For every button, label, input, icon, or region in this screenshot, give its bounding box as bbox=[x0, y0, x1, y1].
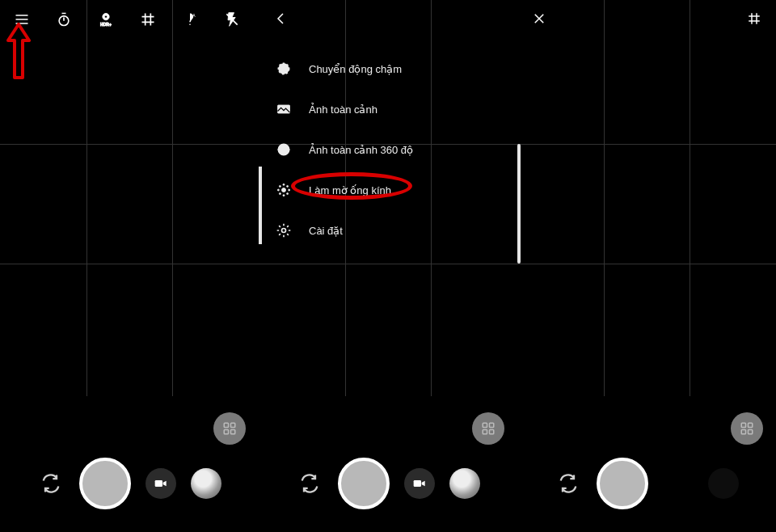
settings-icon bbox=[275, 222, 293, 239]
svg-point-4 bbox=[189, 23, 191, 25]
menu-icon[interactable] bbox=[11, 9, 32, 30]
modes-button[interactable] bbox=[213, 412, 246, 445]
camera-screen-drawer: Chuyển động chậm Ảnh toàn cảnh Ảnh toàn … bbox=[259, 0, 517, 532]
bottom-controls bbox=[517, 427, 776, 524]
svg-rect-28 bbox=[490, 430, 494, 434]
shutter-button[interactable] bbox=[79, 458, 131, 509]
svg-point-22 bbox=[279, 193, 280, 195]
svg-point-19 bbox=[289, 189, 290, 191]
menu-item-settings[interactable]: Cài đặt bbox=[270, 210, 512, 251]
bottom-controls bbox=[259, 427, 517, 524]
shutter-button[interactable] bbox=[338, 458, 390, 509]
menu-item-lensblur[interactable]: Làm mờ ống kính bbox=[270, 170, 512, 210]
menu-active-indicator bbox=[259, 167, 262, 244]
focus-indicator bbox=[517, 144, 521, 264]
grid-icon[interactable] bbox=[744, 8, 765, 29]
svg-point-23 bbox=[287, 193, 289, 195]
svg-text:A: A bbox=[192, 13, 196, 18]
mode-menu: Chuyển động chậm Ảnh toàn cảnh Ảnh toàn … bbox=[270, 49, 512, 251]
panorama-icon bbox=[275, 100, 293, 118]
svg-rect-10 bbox=[155, 480, 162, 487]
gallery-thumbnail[interactable] bbox=[449, 468, 480, 499]
switch-camera-button[interactable] bbox=[555, 470, 582, 497]
lensblur-icon bbox=[275, 181, 293, 199]
menu-item-photosphere[interactable]: Ảnh toàn cảnh 360 độ bbox=[270, 129, 512, 170]
svg-point-16 bbox=[283, 184, 285, 185]
grid-icon[interactable] bbox=[137, 9, 158, 30]
slowmotion-icon bbox=[275, 60, 293, 78]
svg-rect-7 bbox=[231, 423, 235, 427]
svg-point-14 bbox=[278, 148, 289, 152]
svg-rect-30 bbox=[741, 423, 745, 427]
svg-rect-26 bbox=[490, 423, 494, 427]
top-toolbar: HDR+ A bbox=[0, 8, 259, 31]
menu-item-label: Cài đặt bbox=[309, 225, 343, 237]
video-mode-button[interactable] bbox=[404, 468, 435, 499]
hdr-icon[interactable]: HDR+ bbox=[95, 9, 116, 30]
switch-camera-button[interactable] bbox=[296, 470, 323, 497]
svg-point-18 bbox=[277, 189, 279, 191]
svg-rect-33 bbox=[749, 430, 753, 434]
camera-screen-main: HDR+ A bbox=[0, 0, 259, 532]
svg-point-17 bbox=[283, 195, 285, 196]
shutter-button[interactable] bbox=[597, 458, 648, 509]
svg-rect-27 bbox=[483, 430, 487, 434]
svg-rect-32 bbox=[741, 430, 745, 434]
svg-rect-8 bbox=[224, 430, 228, 434]
close-icon[interactable] bbox=[529, 8, 550, 29]
svg-point-24 bbox=[282, 229, 286, 233]
svg-rect-6 bbox=[224, 423, 228, 427]
menu-item-label: Làm mờ ống kính bbox=[309, 184, 391, 196]
menu-item-label: Ảnh toàn cảnh 360 độ bbox=[309, 144, 413, 156]
gallery-thumbnail[interactable] bbox=[191, 468, 221, 499]
modes-button[interactable] bbox=[472, 412, 504, 445]
camera-screen-lensblur bbox=[517, 0, 776, 532]
menu-item-label: Chuyển động chậm bbox=[309, 63, 402, 75]
menu-item-slowmotion[interactable]: Chuyển động chậm bbox=[270, 49, 512, 89]
svg-rect-9 bbox=[231, 430, 235, 434]
svg-rect-31 bbox=[749, 423, 753, 427]
timer-icon[interactable] bbox=[53, 9, 74, 30]
video-mode-button[interactable] bbox=[146, 468, 176, 499]
bottom-controls bbox=[0, 427, 259, 524]
whitebalance-icon[interactable]: A bbox=[179, 9, 200, 30]
switch-camera-button[interactable] bbox=[37, 470, 65, 497]
photosphere-icon bbox=[275, 141, 293, 158]
svg-point-21 bbox=[287, 185, 289, 187]
svg-text:HDR+: HDR+ bbox=[100, 22, 112, 27]
flash-off-icon[interactable] bbox=[221, 9, 242, 30]
gallery-thumbnail[interactable] bbox=[708, 468, 739, 499]
menu-item-label: Ảnh toàn cảnh bbox=[309, 103, 377, 116]
svg-point-15 bbox=[282, 188, 286, 192]
svg-point-20 bbox=[279, 185, 280, 187]
menu-item-panorama[interactable]: Ảnh toàn cảnh bbox=[270, 89, 512, 129]
svg-rect-25 bbox=[483, 423, 487, 427]
svg-point-2 bbox=[104, 15, 107, 18]
modes-button[interactable] bbox=[731, 412, 763, 445]
annotation-arrow bbox=[6, 23, 31, 84]
svg-rect-29 bbox=[414, 480, 421, 487]
